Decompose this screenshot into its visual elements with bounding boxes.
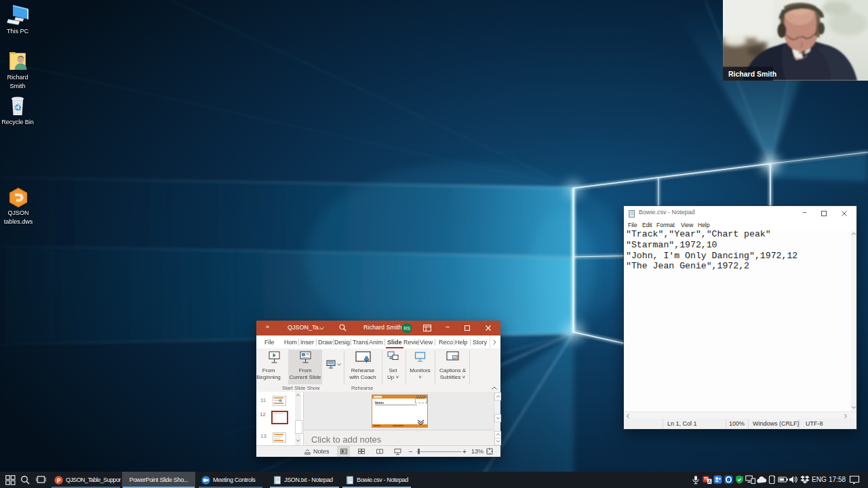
svg-text:RS: RS [403,326,410,331]
svg-text:Richard Smith: Richard Smith [728,70,776,78]
svg-text:P: P [57,476,61,483]
svg-text:A: A [708,479,711,484]
